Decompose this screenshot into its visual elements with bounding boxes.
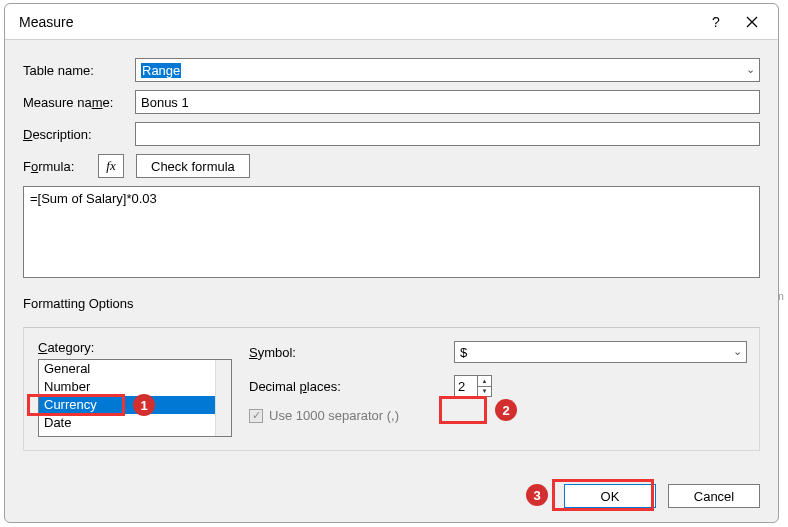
chevron-down-icon: ⌄ (746, 63, 755, 76)
format-right-column: Symbol: $ ⌄ Decimal places: 2 ▲ ▼ (249, 340, 747, 423)
table-name-row: Table name: Range ⌄ (23, 58, 760, 82)
measure-name-label: Measure name: (23, 95, 135, 110)
symbol-value: $ (460, 345, 467, 360)
list-item[interactable]: Currency (39, 396, 215, 414)
spinner-arrows[interactable]: ▲ ▼ (477, 376, 491, 396)
measure-name-row: Measure name: Bonus 1 (23, 90, 760, 114)
list-item[interactable]: Number (39, 378, 215, 396)
decimal-places-label: Decimal places: (249, 379, 454, 394)
separator-row: ✓ Use 1000 separator (,) (249, 408, 747, 423)
decimal-row: Decimal places: 2 ▲ ▼ (249, 374, 747, 398)
description-input[interactable] (135, 122, 760, 146)
spinner-down-icon[interactable]: ▼ (478, 387, 491, 397)
titlebar: Measure ? (5, 4, 778, 40)
description-row: Description: (23, 122, 760, 146)
fx-button[interactable]: fx (98, 154, 124, 178)
separator-label: Use 1000 separator (,) (269, 408, 399, 423)
symbol-label: Symbol: (249, 345, 454, 360)
ok-button[interactable]: OK (564, 484, 656, 508)
category-items: General Number Currency Date (39, 360, 215, 436)
spinner-up-icon[interactable]: ▲ (478, 376, 491, 387)
cancel-button[interactable]: Cancel (668, 484, 760, 508)
scrollbar[interactable] (215, 360, 231, 436)
dialog-buttons: OK Cancel (564, 484, 760, 508)
symbol-combo[interactable]: $ ⌄ (454, 341, 747, 363)
separator-checkbox: ✓ (249, 409, 263, 423)
close-button[interactable] (734, 8, 770, 36)
table-name-combo[interactable]: Range ⌄ (135, 58, 760, 82)
list-item[interactable]: General (39, 360, 215, 378)
category-listbox[interactable]: General Number Currency Date (38, 359, 232, 437)
dialog-body: Table name: Range ⌄ Measure name: Bonus … (5, 40, 778, 451)
measure-name-value: Bonus 1 (141, 95, 189, 110)
callout-number-3: 3 (526, 484, 548, 506)
table-name-value: Range (141, 63, 181, 78)
help-button[interactable]: ? (698, 8, 734, 36)
measure-name-input[interactable]: Bonus 1 (135, 90, 760, 114)
formula-row: Formula: fx Check formula (23, 154, 760, 178)
close-icon (746, 16, 758, 28)
chevron-down-icon: ⌄ (733, 345, 742, 358)
symbol-row: Symbol: $ ⌄ (249, 340, 747, 364)
measure-dialog: Measure ? Table name: Range ⌄ Measure na… (4, 3, 779, 523)
decimal-places-spinner[interactable]: 2 ▲ ▼ (454, 375, 492, 397)
description-label: Description: (23, 127, 135, 142)
table-name-label: Table name: (23, 63, 135, 78)
formula-label: Formula: (23, 159, 98, 174)
check-formula-button[interactable]: Check formula (136, 154, 250, 178)
decimal-places-value: 2 (455, 379, 477, 394)
formula-input[interactable]: =[Sum of Salary]*0.03 (23, 186, 760, 278)
list-item[interactable]: Date (39, 414, 215, 432)
formula-value: =[Sum of Salary]*0.03 (30, 191, 157, 206)
formatting-options-label: Formatting Options (23, 296, 760, 311)
dialog-title: Measure (19, 14, 698, 30)
formatting-panel: Category: General Number Currency Date S… (23, 327, 760, 451)
